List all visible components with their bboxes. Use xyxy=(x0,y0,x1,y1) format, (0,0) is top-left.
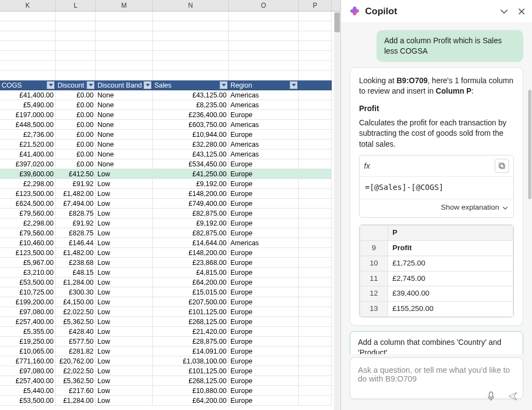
cell[interactable]: Low xyxy=(96,189,153,199)
cell[interactable]: £23,868.00 xyxy=(153,258,229,268)
empty-cell[interactable] xyxy=(96,11,153,21)
empty-cell[interactable] xyxy=(299,41,332,51)
header-blank[interactable] xyxy=(299,80,332,90)
collapse-icon[interactable] xyxy=(498,5,510,18)
cell[interactable]: £5,440.00 xyxy=(0,386,56,396)
empty-cell[interactable] xyxy=(229,41,299,51)
table-row[interactable]: £123,500.00£1,482.00Low£148,200.00Europe xyxy=(0,248,340,258)
empty-cell[interactable] xyxy=(0,61,56,71)
cell[interactable]: £0.00 xyxy=(56,120,96,130)
pane-scrollbar-thumb[interactable] xyxy=(528,90,531,199)
col-header-N[interactable]: N xyxy=(153,0,229,11)
empty-cell[interactable] xyxy=(56,11,96,21)
empty-cell[interactable] xyxy=(96,61,153,71)
cell[interactable]: Low xyxy=(96,218,153,228)
empty-cell[interactable] xyxy=(0,11,56,21)
empty-cell[interactable] xyxy=(56,31,96,41)
cell[interactable]: £2,298.00 xyxy=(0,179,56,189)
cell[interactable]: £41,400.00 xyxy=(0,90,56,100)
cell[interactable]: £64,200.00 xyxy=(153,396,229,406)
cell[interactable]: Europe xyxy=(229,366,299,376)
table-row[interactable]: £41,400.00£0.00None£43,125.00Americas xyxy=(0,149,340,159)
col-header-L[interactable]: L xyxy=(56,0,96,11)
cell[interactable]: £10,065.00 xyxy=(0,347,56,356)
cell[interactable]: Europe xyxy=(229,278,299,287)
cell[interactable] xyxy=(299,278,332,287)
cell[interactable] xyxy=(299,90,332,100)
table-row[interactable]: £5,355.00£428.40Low£21,420.00Europe xyxy=(0,327,340,337)
table-row[interactable]: £197,000.00£0.00None£236,400.00Europe xyxy=(0,110,340,120)
cell[interactable]: £82,875.00 xyxy=(153,228,229,238)
cell[interactable]: Low xyxy=(96,287,153,297)
show-explanation-button[interactable]: Show explanation xyxy=(360,199,513,217)
cell[interactable]: £10,880.00 xyxy=(153,386,229,396)
cell[interactable]: £268,125.00 xyxy=(153,317,229,327)
cell[interactable] xyxy=(299,199,332,209)
cell[interactable]: £5,362.50 xyxy=(56,317,96,327)
table-row[interactable]: £79,560.00£828.75Low£82,875.00Europe xyxy=(0,228,340,238)
cell[interactable]: £101,125.00 xyxy=(153,366,229,376)
cell[interactable]: Low xyxy=(96,327,153,337)
header-Sales[interactable]: Sales xyxy=(153,80,229,90)
cell[interactable]: £79,560.00 xyxy=(0,228,56,238)
table-row[interactable]: £771,160.00£20,762.00Low£1,038,100.00Eur… xyxy=(0,356,340,366)
cell[interactable]: Low xyxy=(96,228,153,238)
cell[interactable]: Europe xyxy=(229,258,299,268)
cell[interactable]: £10,944.00 xyxy=(153,130,229,140)
cell[interactable]: £9,192.00 xyxy=(153,218,229,228)
cell[interactable]: £2,736.00 xyxy=(0,130,56,140)
cell[interactable]: £1,284.00 xyxy=(56,278,96,287)
cell[interactable]: £9,192.00 xyxy=(153,179,229,189)
cell[interactable]: £97,080.00 xyxy=(0,366,56,376)
cell[interactable]: £91.92 xyxy=(56,218,96,228)
empty-cell[interactable] xyxy=(56,61,96,71)
header-Discount Band[interactable]: Discount Band xyxy=(96,80,153,90)
send-icon[interactable] xyxy=(507,390,519,402)
empty-cell[interactable] xyxy=(56,51,96,61)
cell[interactable] xyxy=(299,327,332,337)
cell[interactable]: Europe xyxy=(229,356,299,366)
empty-cell[interactable] xyxy=(96,51,153,61)
cell[interactable]: Americas xyxy=(229,140,299,149)
cell[interactable] xyxy=(299,228,332,238)
col-header-K[interactable]: K xyxy=(0,0,56,11)
cell[interactable]: £0.00 xyxy=(56,159,96,169)
table-row[interactable]: £53,500.00£1,284.00Low£64,200.00Europe xyxy=(0,396,340,406)
cell[interactable]: £5,967.00 xyxy=(0,258,56,268)
cell[interactable]: Europe xyxy=(229,189,299,199)
empty-cell[interactable] xyxy=(299,61,332,71)
spreadsheet-area[interactable]: KLMNOP COGSDiscountDiscount BandSalesReg… xyxy=(0,0,341,410)
cell[interactable]: £0.00 xyxy=(56,130,96,140)
cell[interactable]: Low xyxy=(96,366,153,376)
cell[interactable]: Europe xyxy=(229,386,299,396)
table-row[interactable]: £39,600.00£412.50Low£41,250.00Europe xyxy=(0,169,340,179)
close-icon[interactable] xyxy=(516,5,528,18)
cell[interactable]: £199,200.00 xyxy=(0,297,56,307)
table-row[interactable]: £257,400.00£5,362.50Low£268,125.00Europe xyxy=(0,317,340,327)
cell[interactable]: Europe xyxy=(229,169,299,179)
cell[interactable]: Americas xyxy=(229,120,299,130)
cell[interactable]: Low xyxy=(96,307,153,317)
cell[interactable] xyxy=(299,218,332,228)
cell[interactable]: Low xyxy=(96,386,153,396)
cell[interactable] xyxy=(299,287,332,297)
cell[interactable]: Europe xyxy=(229,297,299,307)
cell[interactable]: Europe xyxy=(229,317,299,327)
cell[interactable]: £236,400.00 xyxy=(153,110,229,120)
cell[interactable]: Low xyxy=(96,268,153,278)
cell[interactable]: £4,150.00 xyxy=(56,297,96,307)
cell[interactable]: Europe xyxy=(229,287,299,297)
empty-cell[interactable] xyxy=(299,51,332,61)
cell[interactable]: Low xyxy=(96,278,153,287)
cell[interactable]: None xyxy=(96,159,153,169)
table-row[interactable]: £10,065.00£281.82Low£14,091.00Europe xyxy=(0,347,340,356)
cell[interactable]: £268,125.00 xyxy=(153,376,229,386)
cell[interactable]: None xyxy=(96,140,153,149)
table-row[interactable]: £5,440.00£217.60Low£10,880.00Europe xyxy=(0,386,340,396)
vertical-scrollbar[interactable] xyxy=(334,11,340,410)
empty-cell[interactable] xyxy=(153,31,229,41)
cell[interactable]: £448,500.00 xyxy=(0,120,56,130)
cell[interactable]: None xyxy=(96,130,153,140)
empty-cell[interactable] xyxy=(299,71,332,80)
cell[interactable]: £101,125.00 xyxy=(153,307,229,317)
